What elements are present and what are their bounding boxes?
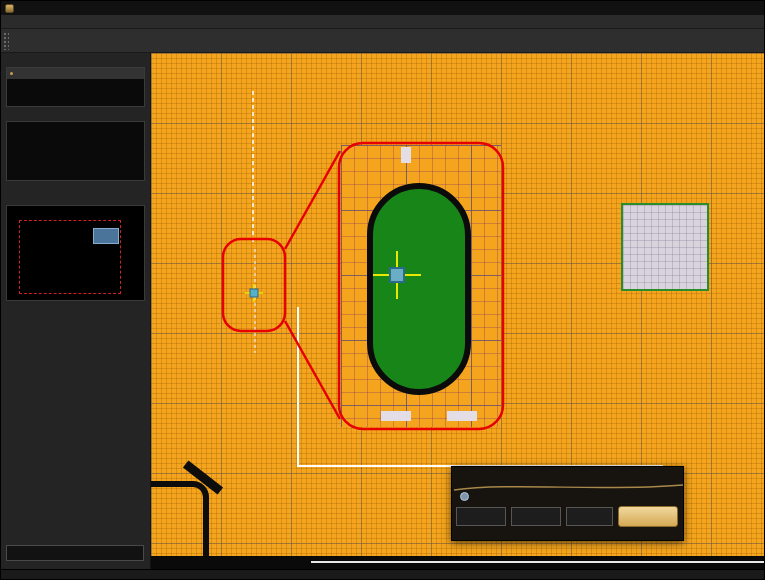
sidebar	[1, 53, 151, 569]
callout-leader-line	[285, 321, 340, 419]
bullet-icon	[10, 72, 13, 75]
toolbar-grip[interactable]	[3, 32, 9, 50]
jump-x-input[interactable]	[456, 507, 506, 526]
info-box	[6, 121, 145, 181]
sidebar-footer-box	[6, 545, 144, 561]
jump-dialog-titlebar[interactable]	[452, 467, 683, 482]
callout-magnifier-rect	[339, 143, 503, 429]
dialog-ornament-curve	[452, 482, 685, 492]
menu-bar	[1, 15, 765, 29]
jump-y-input[interactable]	[511, 507, 561, 526]
toolbar	[1, 29, 765, 53]
callout-leader-line	[285, 151, 340, 249]
title-bar	[1, 1, 765, 15]
jump-button[interactable]	[618, 506, 678, 527]
jump-dialog	[451, 466, 684, 541]
pcb-list-panel-header	[1, 53, 151, 66]
trace-white	[298, 307, 663, 466]
crosshair-small-center	[250, 289, 258, 297]
app-window	[0, 0, 765, 580]
preview-box[interactable]	[6, 205, 145, 301]
pcb-list-box	[6, 67, 145, 107]
preview-panel-header	[1, 191, 151, 204]
info-panel-header	[1, 107, 151, 120]
pcb-board-item[interactable]	[7, 68, 144, 79]
crosshair-big-center	[390, 268, 404, 282]
app-icon	[5, 4, 14, 13]
status-bar	[1, 569, 765, 580]
coordinate-radio[interactable]	[460, 492, 469, 501]
preview-viewport-rect[interactable]	[93, 228, 119, 244]
unit-select[interactable]	[566, 507, 613, 526]
layer-list-panel-header	[1, 305, 151, 318]
